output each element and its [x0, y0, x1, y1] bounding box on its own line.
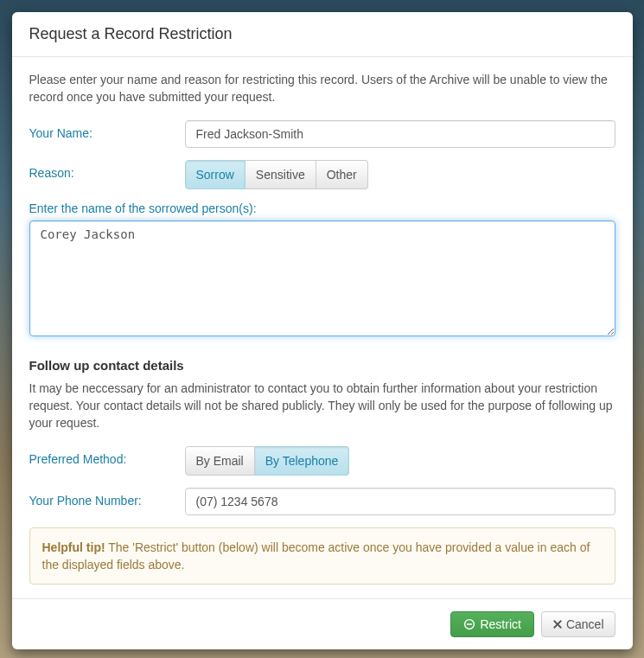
method-telephone-button[interactable]: By Telephone — [255, 446, 350, 476]
restriction-modal: Request a Record Restriction Please ente… — [12, 12, 633, 649]
reason-row: Reason: Sorrow Sensitive Other — [29, 160, 615, 189]
reason-sensitive-button[interactable]: Sensitive — [245, 160, 316, 189]
followup-text: It may be neccessary for an administrato… — [29, 380, 615, 432]
restrict-button[interactable]: Restrict — [450, 611, 533, 637]
name-row: Your Name: — [29, 120, 615, 148]
reason-sorrow-button[interactable]: Sorrow — [185, 160, 245, 189]
sorrowed-textarea[interactable] — [29, 220, 615, 336]
cancel-button[interactable]: Cancel — [541, 611, 615, 637]
tip-strong: Helpful tip! — [42, 540, 105, 554]
helpful-tip-alert: Helpful tip! The 'Restrict' button (belo… — [29, 527, 615, 585]
modal-header: Request a Record Restriction — [12, 12, 633, 57]
name-control — [185, 120, 615, 148]
method-control: By Email By Telephone — [185, 446, 615, 476]
reason-button-group: Sorrow Sensitive Other — [185, 160, 368, 189]
modal-footer: Restrict Cancel — [12, 598, 633, 649]
name-input[interactable] — [185, 120, 615, 148]
method-email-button[interactable]: By Email — [185, 446, 255, 476]
cancel-button-label: Cancel — [566, 617, 604, 631]
restrict-button-label: Restrict — [480, 617, 520, 631]
reason-other-button[interactable]: Other — [316, 160, 368, 189]
method-button-group: By Email By Telephone — [185, 446, 350, 476]
phone-control — [185, 488, 615, 515]
close-icon — [552, 619, 563, 629]
phone-label: Your Phone Number: — [29, 488, 185, 508]
name-label: Your Name: — [29, 120, 185, 140]
followup-heading: Follow up contact details — [29, 358, 615, 373]
phone-input[interactable] — [185, 488, 615, 515]
reason-label: Reason: — [29, 160, 185, 180]
sorrowed-label: Enter the name of the sorrowed person(s)… — [29, 201, 615, 215]
tip-text: The 'Restrict' button (below) will becom… — [42, 540, 590, 572]
reason-control: Sorrow Sensitive Other — [185, 160, 615, 189]
phone-row: Your Phone Number: — [29, 488, 615, 515]
minus-circle-icon — [463, 618, 475, 630]
method-row: Preferred Method: By Email By Telephone — [29, 446, 615, 476]
modal-title: Request a Record Restriction — [29, 25, 615, 43]
method-label: Preferred Method: — [29, 446, 185, 466]
modal-body: Please enter your name and reason for re… — [12, 57, 633, 598]
intro-text: Please enter your name and reason for re… — [29, 71, 615, 106]
